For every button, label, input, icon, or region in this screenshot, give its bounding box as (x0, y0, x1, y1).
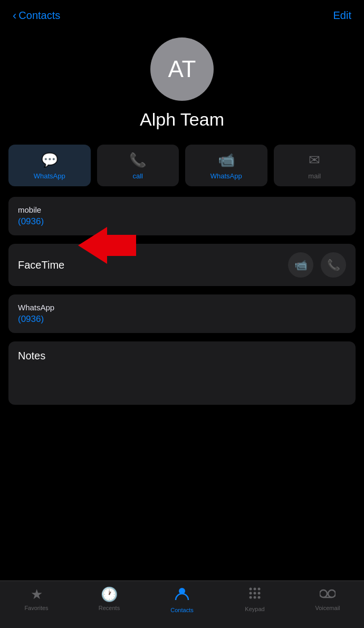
svg-point-12 (320, 590, 327, 597)
svg-point-8 (258, 592, 261, 595)
action-mail[interactable]: ✉ mail (274, 145, 356, 186)
avatar: AT (150, 37, 214, 101)
avatar-section: AT Alph Team (0, 27, 364, 145)
chevron-left-icon: ‹ (13, 10, 16, 22)
facetime-label: FaceTime (18, 259, 64, 271)
contact-name: Alph Team (140, 109, 224, 130)
mail-icon: ✉ (309, 152, 320, 168)
clock-icon: 🕐 (101, 586, 118, 603)
svg-point-4 (254, 588, 256, 591)
svg-point-9 (250, 596, 252, 599)
svg-point-6 (250, 592, 252, 595)
mobile-label: mobile (18, 205, 346, 214)
svg-point-11 (258, 596, 261, 599)
svg-point-10 (254, 596, 256, 599)
action-whatsapp-message[interactable]: 💬 WhatsApp (8, 145, 91, 186)
notes-section[interactable]: Notes (8, 341, 356, 405)
avatar-initials: AT (168, 56, 196, 82)
facetime-video-button[interactable]: 📹 (288, 252, 313, 278)
facetime-section: FaceTime 📹 📞 (8, 244, 356, 286)
whatsapp-section-value: (0936) (18, 314, 346, 325)
notes-label: Notes (18, 350, 346, 362)
mobile-value: (0936) (18, 216, 346, 227)
actions-row: 💬 WhatsApp 📞 call 📹 WhatsApp ✉ mail (0, 145, 364, 186)
person-icon (175, 586, 189, 605)
facetime-video-icon: 📹 (294, 259, 308, 271)
facetime-audio-button[interactable]: 📞 (321, 252, 346, 278)
video-icon: 📹 (218, 152, 235, 168)
svg-point-13 (328, 590, 336, 597)
phone-icon: 📞 (129, 152, 146, 168)
edit-button[interactable]: Edit (333, 9, 351, 22)
tab-recents[interactable]: 🕐 Recents (73, 586, 146, 611)
mobile-section[interactable]: mobile (0936) (8, 197, 356, 235)
voicemail-icon (320, 586, 336, 603)
tab-favorites[interactable]: ★ Favorites (0, 586, 73, 611)
tab-voicemail[interactable]: Voicemail (291, 586, 364, 611)
back-button[interactable]: ‹ Contacts (13, 9, 60, 22)
svg-point-5 (258, 588, 261, 591)
message-icon: 💬 (41, 152, 58, 168)
keypad-icon (248, 586, 262, 604)
tab-favorites-label: Favorites (24, 605, 48, 611)
svg-point-7 (254, 592, 256, 595)
header: ‹ Contacts Edit (0, 0, 364, 27)
tab-voicemail-label: Voicemail (315, 605, 340, 611)
whatsapp-section-label: WhatsApp (18, 303, 346, 312)
tab-recents-label: Recents (99, 605, 120, 611)
tab-keypad[interactable]: Keypad (218, 586, 291, 612)
facetime-phone-icon: 📞 (327, 259, 340, 271)
action-label-whatsapp-video: WhatsApp (210, 172, 242, 180)
tab-contacts[interactable]: Contacts (146, 586, 218, 613)
action-label-whatsapp-message: WhatsApp (34, 172, 65, 180)
action-label-call: call (132, 172, 143, 180)
action-label-mail: mail (308, 172, 321, 180)
tab-keypad-label: Keypad (245, 606, 264, 612)
star-icon: ★ (31, 586, 43, 603)
action-call[interactable]: 📞 call (97, 145, 179, 186)
svg-point-3 (250, 588, 252, 591)
whatsapp-section[interactable]: WhatsApp (0936) (8, 294, 356, 333)
facetime-icons: 📹 📞 (288, 252, 346, 278)
back-label: Contacts (18, 9, 60, 22)
action-whatsapp-video[interactable]: 📹 WhatsApp (185, 145, 267, 186)
tab-bar: ★ Favorites 🕐 Recents Contacts Keypad (0, 581, 364, 628)
tab-contacts-label: Contacts (170, 607, 193, 613)
